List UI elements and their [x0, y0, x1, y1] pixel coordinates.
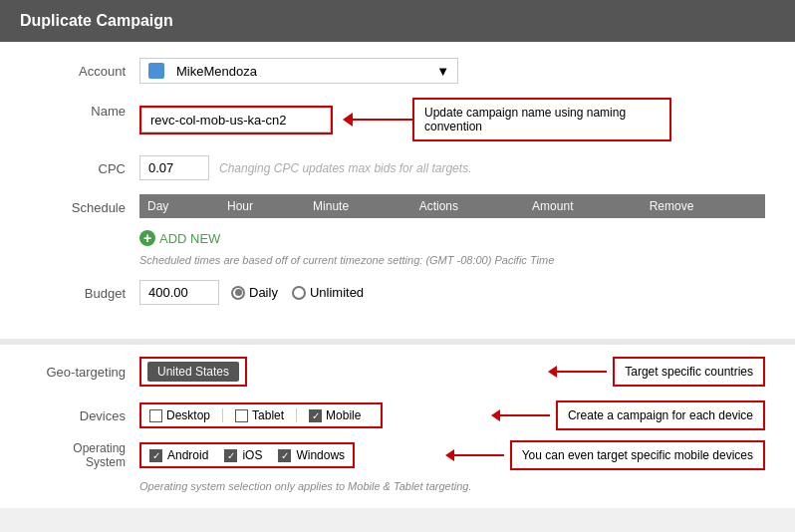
- geo-row: Geo-targeting United States Target speci…: [30, 357, 765, 387]
- geo-arrow: [548, 366, 607, 378]
- name-input-wrapper: [139, 106, 333, 134]
- os-annotation-box: You can even target specific mobile devi…: [510, 440, 765, 470]
- radio-unlimited-circle: [292, 286, 306, 300]
- add-icon: +: [139, 230, 155, 246]
- geo-label: Geo-targeting: [30, 365, 139, 380]
- cpc-note: Changing CPC updates max bids for all ta…: [219, 161, 471, 175]
- account-row: Account MikeMendoza ▼: [30, 58, 765, 84]
- col-amount: Amount: [524, 194, 642, 218]
- account-value: MikeMendoza: [176, 64, 257, 79]
- account-dropdown[interactable]: MikeMendoza ▼: [139, 58, 458, 84]
- budget-row: Budget Daily Unlimited: [30, 280, 765, 305]
- devices-wrapper: Desktop Tablet ✓ Mobile: [139, 402, 383, 428]
- radio-daily[interactable]: Daily: [231, 285, 278, 300]
- page-title: Duplicate Campaign: [0, 0, 795, 42]
- geo-annotation-group: Target specific countries: [548, 357, 765, 387]
- col-actions: Actions: [411, 194, 524, 218]
- device-mobile[interactable]: ✓ Mobile: [297, 408, 373, 422]
- add-new-button[interactable]: + ADD NEW: [139, 226, 220, 250]
- os-ios[interactable]: ✓ iOS: [224, 448, 262, 462]
- name-arrow: [343, 113, 412, 127]
- col-remove: Remove: [642, 194, 765, 218]
- ios-checkbox[interactable]: ✓: [224, 449, 237, 462]
- name-annotation-group: Update campaign name using naming conven…: [343, 98, 671, 141]
- os-note: Operating system selection only applies …: [30, 480, 765, 492]
- dropdown-chevron-icon: ▼: [436, 64, 449, 79]
- radio-unlimited[interactable]: Unlimited: [292, 285, 364, 300]
- timezone-note: Scheduled times are based off of current…: [139, 254, 765, 266]
- cpc-row: CPC Changing CPC updates max bids for al…: [30, 155, 765, 180]
- name-row: Name Update campaign name using naming c…: [30, 98, 765, 141]
- account-label: Account: [30, 58, 139, 79]
- name-input[interactable]: [141, 108, 331, 133]
- device-tablet[interactable]: Tablet: [223, 408, 297, 422]
- os-android[interactable]: ✓ Android: [149, 448, 208, 462]
- geo-annotation-box: Target specific countries: [613, 357, 765, 387]
- os-windows[interactable]: ✓ Windows: [278, 448, 345, 462]
- col-hour: Hour: [219, 194, 305, 218]
- cpc-input[interactable]: [139, 155, 209, 180]
- devices-label: Devices: [30, 408, 139, 423]
- budget-input[interactable]: [139, 280, 219, 305]
- radio-daily-circle: [231, 286, 245, 300]
- arrow-head: [343, 113, 353, 127]
- name-label: Name: [30, 98, 139, 119]
- budget-radio-group: Daily Unlimited: [231, 285, 364, 300]
- windows-checkbox[interactable]: ✓: [278, 449, 291, 462]
- geo-value[interactable]: United States: [147, 362, 239, 382]
- os-annotation-group: You can even target specific mobile devi…: [445, 440, 765, 470]
- col-minute: Minute: [305, 194, 411, 218]
- cpc-label: CPC: [30, 155, 139, 176]
- schedule-row: Schedule Day Hour Minute Actions Amount …: [30, 194, 765, 266]
- name-annotation-box: Update campaign name using naming conven…: [412, 98, 671, 141]
- devices-arrow: [491, 409, 550, 421]
- os-row: Operating System ✓ Android ✓ iOS ✓ Windo…: [30, 440, 765, 470]
- account-icon: [148, 63, 164, 79]
- devices-row: Devices Desktop Tablet ✓ Mobile: [30, 400, 765, 430]
- desktop-checkbox[interactable]: [149, 409, 162, 422]
- os-arrow: [445, 449, 504, 461]
- device-desktop[interactable]: Desktop: [149, 408, 223, 422]
- os-label: Operating System: [30, 441, 139, 469]
- devices-annotation-group: Create a campaign for each device: [491, 400, 765, 430]
- mobile-checkbox[interactable]: ✓: [309, 409, 322, 422]
- schedule-table: Day Hour Minute Actions Amount Remove: [139, 194, 765, 218]
- os-wrapper: ✓ Android ✓ iOS ✓ Windows: [139, 442, 355, 468]
- schedule-label: Schedule: [30, 194, 139, 266]
- devices-annotation-box: Create a campaign for each device: [556, 400, 765, 430]
- tablet-checkbox[interactable]: [235, 409, 248, 422]
- geo-wrapper: United States: [139, 357, 247, 387]
- android-checkbox[interactable]: ✓: [149, 449, 162, 462]
- col-day: Day: [139, 194, 219, 218]
- budget-label: Budget: [30, 280, 139, 301]
- arrow-shaft: [353, 119, 412, 121]
